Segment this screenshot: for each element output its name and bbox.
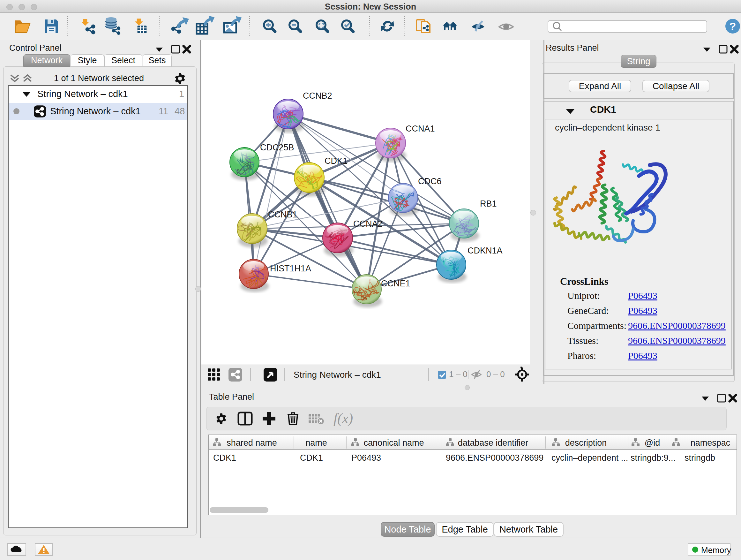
svg-text:CDC25B: CDC25B <box>260 143 294 152</box>
svg-text:CCNA2: CCNA2 <box>353 219 383 229</box>
svg-text:name: name <box>306 438 327 448</box>
svg-text:shared name: shared name <box>226 438 277 448</box>
svg-text:description: description <box>565 438 607 448</box>
svg-text:database identifier: database identifier <box>458 438 529 448</box>
svg-text:canonical name: canonical name <box>363 438 424 448</box>
svg-text:1 – 0: 1 – 0 <box>449 369 468 379</box>
svg-text:?: ? <box>730 20 736 32</box>
svg-text:@id: @id <box>645 438 660 448</box>
svg-text:CCNB2: CCNB2 <box>303 91 332 101</box>
svg-text:RB1: RB1 <box>480 199 497 208</box>
svg-text:CDK1: CDK1 <box>325 156 347 166</box>
svg-text:String Network – cdk1: String Network – cdk1 <box>293 370 381 380</box>
svg-text:f(x): f(x) <box>333 411 353 426</box>
svg-text:0 – 0: 0 – 0 <box>486 369 505 379</box>
svg-text:CDC6: CDC6 <box>418 177 442 186</box>
svg-text:CCNB1: CCNB1 <box>268 210 297 219</box>
svg-text:CCNA1: CCNA1 <box>406 124 435 133</box>
svg-text:CDKN1A: CDKN1A <box>468 246 502 255</box>
svg-text:HIST1H1A: HIST1H1A <box>270 264 311 273</box>
svg-text:CCNE1: CCNE1 <box>381 279 410 288</box>
svg-text:namespac: namespac <box>690 438 731 448</box>
